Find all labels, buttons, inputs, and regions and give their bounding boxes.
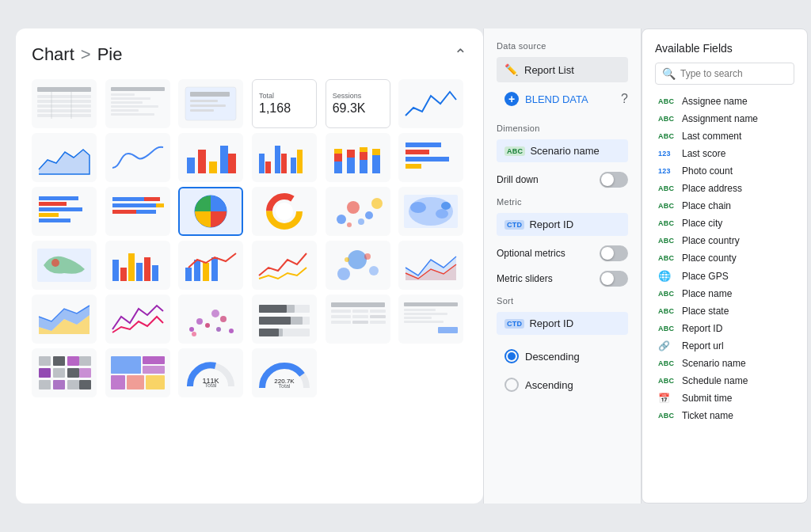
- drill-down-toggle[interactable]: [600, 172, 628, 188]
- chart-type-grouped-bar[interactable]: [252, 133, 317, 182]
- chart-type-map[interactable]: [398, 187, 463, 236]
- chart-type-smooth-line[interactable]: [105, 133, 170, 182]
- svg-rect-114: [370, 321, 386, 324]
- chart-type-bar[interactable]: [178, 133, 243, 182]
- field-item[interactable]: ABC Place city: [655, 215, 794, 232]
- svg-text:220.7K: 220.7K: [274, 378, 295, 385]
- svg-point-90: [205, 323, 210, 328]
- chart-type-area2[interactable]: [398, 241, 463, 290]
- field-item[interactable]: 123 Last score: [655, 145, 794, 162]
- chart-type-pie[interactable]: [178, 187, 243, 236]
- field-item[interactable]: ABC Assignee name: [655, 93, 794, 110]
- field-item[interactable]: ABC Scenario name: [655, 355, 794, 372]
- field-item[interactable]: ABC Place address: [655, 180, 794, 197]
- svg-rect-19: [190, 109, 214, 112]
- field-item[interactable]: 123 Photo count: [655, 162, 794, 180]
- svg-rect-35: [347, 150, 355, 158]
- svg-rect-44: [406, 164, 421, 169]
- chart-type-combo[interactable]: [178, 241, 243, 290]
- collapse-icon[interactable]: ⌃: [454, 45, 467, 64]
- dimension-field: Scenario name: [530, 145, 599, 157]
- svg-rect-45: [39, 196, 78, 200]
- chart-type-hbar3[interactable]: [105, 187, 170, 236]
- data-source-button[interactable]: ✏️ Report List: [497, 57, 628, 82]
- optional-metrics-toggle[interactable]: [600, 245, 628, 261]
- chart-type-donut[interactable]: [252, 187, 317, 236]
- dimension-chip[interactable]: ABC Scenario name: [497, 139, 628, 162]
- svg-point-91: [211, 310, 219, 317]
- svg-rect-126: [53, 368, 65, 378]
- sort-descending[interactable]: Descending: [497, 344, 628, 368]
- field-item[interactable]: 🌐 Place GPS: [655, 267, 794, 285]
- chart-type-table[interactable]: [32, 79, 97, 128]
- chart-type-bullet[interactable]: [252, 294, 317, 344]
- field-item[interactable]: ABC Assignment name: [655, 110, 794, 127]
- chart-type-treemap[interactable]: [105, 348, 170, 397]
- chart-cell-sessions: Sessions 69.3K: [326, 79, 390, 128]
- field-item[interactable]: ABC Schedule name: [655, 372, 794, 390]
- field-item[interactable]: ABC Place country: [655, 232, 794, 249]
- ascending-radio[interactable]: [504, 378, 519, 392]
- chart-type-gauge-table[interactable]: [398, 294, 463, 344]
- svg-rect-18: [190, 104, 226, 107]
- svg-point-68: [410, 202, 426, 213]
- help-icon[interactable]: ?: [621, 92, 628, 106]
- field-name: Place country: [682, 235, 740, 246]
- chart-type-stacked-bar[interactable]: [326, 133, 390, 182]
- svg-rect-36: [360, 160, 367, 173]
- chart-type-pivot-table[interactable]: [326, 294, 390, 344]
- chart-type-area[interactable]: [32, 133, 97, 182]
- chart-type-bubble[interactable]: [326, 241, 390, 290]
- chart-type-hbar2[interactable]: [32, 187, 97, 236]
- field-item[interactable]: ABC Place name: [655, 285, 794, 302]
- chart-type-gauge-total[interactable]: Total 111K: [178, 348, 243, 397]
- chart-type-multiline[interactable]: [252, 241, 317, 290]
- field-type-text: 123: [658, 150, 677, 158]
- chart-type-gauge-total2[interactable]: Total 220.7K: [252, 348, 317, 397]
- metric-chip[interactable]: CTD Report ID: [497, 213, 628, 236]
- chart-type-grouped-bar2[interactable]: [105, 241, 170, 290]
- field-item[interactable]: ABC Place chain: [655, 197, 794, 215]
- chart-type-line[interactable]: [398, 79, 463, 128]
- breadcrumb-separator: >: [81, 44, 91, 65]
- svg-rect-8: [111, 87, 165, 91]
- sort-field: Report ID: [529, 317, 573, 329]
- field-item[interactable]: ABC Last comment: [655, 127, 794, 145]
- sort-label: Sort: [497, 296, 628, 306]
- chart-type-geomap[interactable]: [32, 241, 97, 290]
- search-input[interactable]: [680, 68, 787, 79]
- field-item[interactable]: ABC Report ID: [655, 320, 794, 337]
- svg-rect-17: [190, 100, 218, 102]
- fields-list: ABC Assignee name ABC Assignment name AB…: [655, 93, 794, 424]
- svg-rect-138: [146, 375, 165, 390]
- chart-type-dot[interactable]: [178, 294, 243, 344]
- field-item[interactable]: ABC Place county: [655, 249, 794, 267]
- blend-data-button[interactable]: + BLEND DATA: [497, 87, 621, 111]
- field-item[interactable]: 🔗 Report url: [655, 337, 794, 355]
- chart-current-type: Pie: [97, 44, 123, 65]
- sort-chip[interactable]: CTD Report ID: [497, 312, 628, 335]
- field-item[interactable]: ABC Place state: [655, 302, 794, 320]
- chart-type-scorecard[interactable]: [178, 79, 243, 128]
- svg-rect-123: [67, 356, 79, 366]
- chart-header: Chart > Pie ⌃: [32, 44, 467, 65]
- blend-label: BLEND DATA: [525, 93, 588, 105]
- chart-type-line2[interactable]: [105, 294, 170, 344]
- svg-rect-81: [203, 263, 209, 281]
- chart-type-table2[interactable]: [105, 79, 170, 128]
- chart-type-stacked-area[interactable]: [32, 294, 97, 344]
- svg-rect-119: [404, 321, 444, 323]
- field-item[interactable]: ABC Ticket name: [655, 407, 794, 424]
- chart-type-scatter[interactable]: [326, 187, 390, 236]
- svg-rect-106: [331, 310, 351, 313]
- sort-type: CTD: [504, 319, 524, 329]
- svg-point-61: [347, 201, 360, 214]
- metric-sliders-toggle[interactable]: [600, 271, 628, 287]
- field-item[interactable]: 📅 Submit time: [655, 390, 794, 407]
- svg-rect-135: [143, 366, 165, 374]
- svg-rect-128: [79, 368, 91, 378]
- chart-type-heatmap[interactable]: [32, 348, 97, 397]
- sort-ascending[interactable]: Ascending: [497, 373, 628, 397]
- chart-type-horizontal-bar[interactable]: [398, 133, 463, 182]
- descending-radio[interactable]: [504, 349, 519, 363]
